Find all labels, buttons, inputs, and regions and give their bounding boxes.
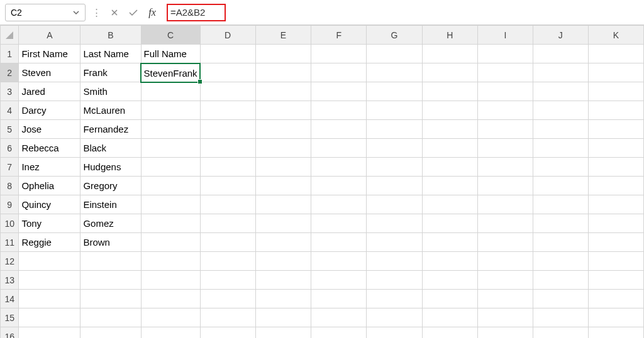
cell-E1[interactable]: [255, 45, 311, 63]
cell-J10[interactable]: [533, 214, 588, 233]
cell-G11[interactable]: [367, 233, 422, 252]
cell-C16[interactable]: [141, 327, 200, 339]
cell-A1[interactable]: First Name: [19, 45, 80, 63]
row-header-15[interactable]: 15: [1, 308, 19, 327]
cell-G16[interactable]: [367, 327, 422, 339]
cell-D11[interactable]: [200, 233, 255, 252]
cell-K11[interactable]: [588, 233, 643, 252]
cell-G4[interactable]: [367, 101, 422, 120]
row-header-3[interactable]: 3: [1, 82, 19, 101]
row-header-11[interactable]: 11: [1, 233, 19, 252]
cell-I9[interactable]: [478, 195, 533, 214]
cell-E7[interactable]: [255, 158, 311, 177]
cell-I8[interactable]: [478, 177, 533, 195]
cell-J14[interactable]: [533, 290, 588, 308]
cell-A6[interactable]: Rebecca: [19, 139, 80, 158]
cell-A7[interactable]: Inez: [19, 158, 80, 177]
cell-D8[interactable]: [200, 177, 255, 195]
cell-F3[interactable]: [311, 82, 367, 101]
cell-A12[interactable]: [19, 252, 80, 271]
cell-I16[interactable]: [478, 327, 533, 339]
fill-handle[interactable]: [197, 79, 203, 84]
cell-I14[interactable]: [478, 290, 533, 308]
cell-C7[interactable]: [141, 158, 200, 177]
cell-H1[interactable]: [422, 45, 477, 63]
cell-G15[interactable]: [367, 308, 422, 327]
cell-H16[interactable]: [422, 327, 477, 339]
cell-A3[interactable]: Jared: [19, 82, 80, 101]
column-header-H[interactable]: H: [422, 26, 477, 45]
cell-H8[interactable]: [422, 177, 477, 195]
cell-D13[interactable]: [200, 271, 255, 290]
cell-A2[interactable]: Steven: [19, 63, 80, 82]
cell-J1[interactable]: [533, 45, 588, 63]
cell-H13[interactable]: [422, 271, 477, 290]
cell-G14[interactable]: [367, 290, 422, 308]
cell-E11[interactable]: [255, 233, 311, 252]
cell-J15[interactable]: [533, 308, 588, 327]
cell-I10[interactable]: [478, 214, 533, 233]
cell-J4[interactable]: [533, 101, 588, 120]
cell-C6[interactable]: [141, 139, 200, 158]
cell-G6[interactable]: [367, 139, 422, 158]
cell-F4[interactable]: [311, 101, 367, 120]
cell-J13[interactable]: [533, 271, 588, 290]
row-header-14[interactable]: 14: [1, 290, 19, 308]
cell-J6[interactable]: [533, 139, 588, 158]
cell-H12[interactable]: [422, 252, 477, 271]
cell-K9[interactable]: [588, 195, 643, 214]
column-header-E[interactable]: E: [255, 26, 311, 45]
cell-I7[interactable]: [478, 158, 533, 177]
cell-K13[interactable]: [588, 271, 643, 290]
cell-G1[interactable]: [367, 45, 422, 63]
cell-I15[interactable]: [478, 308, 533, 327]
cell-E9[interactable]: [255, 195, 311, 214]
cell-H5[interactable]: [422, 120, 477, 139]
column-header-C[interactable]: C: [141, 26, 200, 45]
row-header-6[interactable]: 6: [1, 139, 19, 158]
cell-D9[interactable]: [200, 195, 255, 214]
cell-K5[interactable]: [588, 120, 643, 139]
cell-G8[interactable]: [367, 177, 422, 195]
column-header-B[interactable]: B: [80, 26, 141, 45]
cell-K16[interactable]: [588, 327, 643, 339]
cell-H6[interactable]: [422, 139, 477, 158]
cell-F11[interactable]: [311, 233, 367, 252]
cell-D3[interactable]: [200, 82, 255, 101]
column-header-I[interactable]: I: [478, 26, 533, 45]
cell-D10[interactable]: [200, 214, 255, 233]
column-header-F[interactable]: F: [311, 26, 367, 45]
cancel-icon[interactable]: [108, 6, 121, 19]
chevron-down-icon[interactable]: [72, 9, 80, 16]
cell-D4[interactable]: [200, 101, 255, 120]
cell-D1[interactable]: [200, 45, 255, 63]
row-header-10[interactable]: 10: [1, 214, 19, 233]
cell-E16[interactable]: [255, 327, 311, 339]
cell-G12[interactable]: [367, 252, 422, 271]
cell-C12[interactable]: [141, 252, 200, 271]
row-header-12[interactable]: 12: [1, 252, 19, 271]
cell-F15[interactable]: [311, 308, 367, 327]
cell-C1[interactable]: Full Name: [141, 45, 200, 63]
cell-E3[interactable]: [255, 82, 311, 101]
cell-K3[interactable]: [588, 82, 643, 101]
cell-I11[interactable]: [478, 233, 533, 252]
cell-H3[interactable]: [422, 82, 477, 101]
cell-D14[interactable]: [200, 290, 255, 308]
cell-C14[interactable]: [141, 290, 200, 308]
cell-C5[interactable]: [141, 120, 200, 139]
cell-C2[interactable]: StevenFrank: [141, 63, 200, 82]
name-box[interactable]: C2: [5, 4, 86, 21]
row-header-8[interactable]: 8: [1, 177, 19, 195]
cell-J5[interactable]: [533, 120, 588, 139]
cell-J8[interactable]: [533, 177, 588, 195]
cell-F9[interactable]: [311, 195, 367, 214]
cell-G10[interactable]: [367, 214, 422, 233]
cell-K15[interactable]: [588, 308, 643, 327]
cell-E5[interactable]: [255, 120, 311, 139]
cell-B9[interactable]: Einstein: [80, 195, 141, 214]
cell-K8[interactable]: [588, 177, 643, 195]
cell-E10[interactable]: [255, 214, 311, 233]
cell-F10[interactable]: [311, 214, 367, 233]
cell-A10[interactable]: Tony: [19, 214, 80, 233]
